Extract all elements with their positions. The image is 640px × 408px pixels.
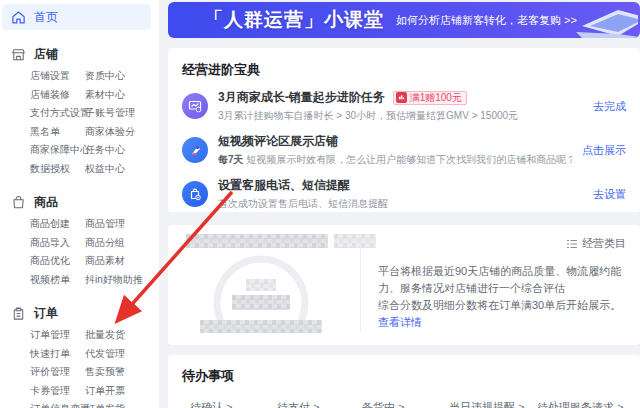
sidebar-item-home[interactable]: 首页	[2, 4, 151, 30]
todo-item-pending-payment[interactable]: 待支付 >	[277, 400, 362, 408]
laptop-illustration	[552, 4, 638, 38]
sidebar-link[interactable]: 视频榜单	[30, 271, 85, 290]
score-value-redacted	[246, 279, 276, 291]
score-caption-redacted	[200, 320, 322, 333]
sidebar-link[interactable]: 评价管理	[30, 363, 85, 382]
go-complete-link[interactable]: 去完成	[593, 99, 626, 114]
sidebar-link[interactable]: 店铺设置	[30, 67, 85, 86]
sidebar-link[interactable]: 店铺装修	[30, 86, 85, 105]
task-card-title: 经营进阶宝典	[182, 61, 626, 79]
sidebar-link[interactable]: 商品导入	[30, 234, 85, 253]
growth-task-icon	[182, 93, 208, 119]
sidebar-link[interactable]: 抖in好物助推	[85, 271, 159, 290]
sidebar-link[interactable]: 商品素材	[85, 252, 159, 271]
todo-items: 待确认 > 待支付 > 备货中 > 当日违规提醒 > 待处理服务请求 >	[182, 400, 626, 408]
sidebar-link[interactable]: 资质中心	[85, 67, 159, 86]
task-row-service-phone: 设置客服电话、短信提醒 首次成功设置售后电话、短信消息提醒 去设置	[182, 177, 626, 211]
todo-item-violation-reminder[interactable]: 当日违规提醒 >	[449, 400, 537, 408]
shop-icon	[11, 47, 26, 62]
task-card: 经营进阶宝典 3月商家成长-销量起步进阶任务 满1赠100元 3月累计挂购物车自…	[168, 48, 640, 212]
task-desc: 首次成功设置售后电话、短信消息提醒	[218, 197, 583, 211]
vertical-divider	[360, 243, 361, 331]
course-banner[interactable]: 「人群运营」小课堂 如何分析店铺新客转化，老客复购 >>	[168, 2, 640, 38]
sidebar-link[interactable]: 快速打单	[30, 345, 85, 364]
category-link[interactable]: 经营类目	[566, 236, 626, 251]
sidebar-link[interactable]: 数据授权	[30, 160, 85, 179]
coupon-icon	[396, 92, 407, 103]
sidebar-link[interactable]: 批量发货	[85, 326, 159, 345]
task-row-growth: 3月商家成长-销量起步进阶任务 满1赠100元 3月累计挂购物车自播时长 > 3…	[182, 89, 626, 123]
rocket-task-icon	[182, 137, 208, 163]
go-setup-link[interactable]: 去设置	[593, 187, 626, 202]
task-title: 设置客服电话、短信提醒	[218, 177, 350, 194]
todo-item-pending-confirm[interactable]: 待确认 >	[190, 400, 277, 408]
sidebar-link[interactable]: 售卖预警	[85, 363, 159, 382]
sidebar-link[interactable]: 订单信息变更	[30, 400, 85, 408]
sidebar-link[interactable]: 商品分组	[85, 234, 159, 253]
sidebar-link[interactable]: 任务中心	[85, 141, 159, 160]
sidebar-link[interactable]: 商家体验分	[85, 123, 159, 142]
task-desc: 每7天 短视频展示时效有限，怎么让用户能够知道下次找到我们的店铺和商品呢？去短.…	[218, 153, 572, 167]
sidebar-section-shop-header[interactable]: 店铺	[0, 44, 159, 64]
task-desc: 3月累计挂购物车自播时长 > 30小时，预估增量结算GMV > 15000元	[218, 109, 583, 123]
todo-card: 待办事项 待确认 > 待支付 > 备货中 > 当日违规提醒 > 待处理服务请求 …	[168, 355, 640, 408]
sidebar: 首页 店铺 店铺设置 资质中心 店铺装修 素材中心 支付方式设置 子账号管理 黑…	[0, 0, 160, 408]
home-icon	[11, 10, 26, 25]
bag-gear-task-icon	[182, 181, 208, 207]
sidebar-link[interactable]: 商品创建	[30, 215, 85, 234]
score-value-redacted	[232, 295, 290, 310]
order-icon	[11, 306, 26, 321]
sidebar-link-consignment[interactable]: 代发管理	[85, 345, 159, 364]
task-row-video-comment: 短视频评论区展示店铺 每7天 短视频展示时效有限，怎么让用户能够知道下次找到我们…	[182, 133, 626, 167]
score-card: 经营类目 平台将根据最近90天店铺的商品质量、物流履约能力、服务情况对店铺进行一…	[168, 225, 640, 345]
sidebar-section-order: 订单 订单管理 批量发货 快速打单 代发管理 评价管理 售卖预警 卡券管理 订单…	[0, 303, 159, 408]
task-title: 3月商家成长-销量起步进阶任务	[218, 89, 385, 106]
view-detail-link[interactable]: 查看详情	[378, 316, 422, 328]
todo-item-stocking[interactable]: 备货中 >	[362, 400, 449, 408]
todo-card-title: 待办事项	[182, 367, 626, 385]
banner-subtitle: 如何分析店铺新客转化，老客复购 >>	[396, 13, 577, 28]
task-title: 短视频评论区展示店铺	[218, 133, 338, 150]
sidebar-link[interactable]: 订单开票	[85, 382, 159, 401]
sidebar-link[interactable]: 打单发货	[85, 400, 159, 408]
sidebar-link[interactable]: 商品管理	[85, 215, 159, 234]
shop-name-redacted	[186, 234, 328, 248]
sidebar-link[interactable]: 黑名单	[30, 123, 85, 142]
sidebar-section-shop: 店铺 店铺设置 资质中心 店铺装修 素材中心 支付方式设置 子账号管理 黑名单 …	[0, 44, 159, 178]
click-show-link[interactable]: 点击展示	[582, 143, 626, 158]
todo-item-pending-service[interactable]: 待处理服务请求 >	[537, 400, 626, 408]
sidebar-link[interactable]: 商品优化	[30, 252, 85, 271]
reward-badge: 满1赠100元	[393, 91, 467, 105]
product-icon	[11, 195, 26, 210]
list-icon	[566, 238, 578, 250]
sidebar-section-order-header[interactable]: 订单	[0, 303, 159, 323]
score-description: 平台将根据最近90天店铺的商品质量、物流履约能力、服务情况对店铺进行一个综合评估…	[378, 263, 630, 331]
sidebar-link[interactable]: 支付方式设置	[30, 104, 85, 123]
score-gauge	[196, 253, 326, 333]
shop-name-redacted-2	[334, 234, 376, 248]
sidebar-section-product-header[interactable]: 商品	[0, 192, 159, 212]
sidebar-section-product: 商品 商品创建 商品管理 商品导入 商品分组 商品优化 商品素材 视频榜单 抖i…	[0, 192, 159, 289]
main-content: 「人群运营」小课堂 如何分析店铺新客转化，老客复购 >> 经营进阶宝典 3月商家…	[160, 0, 640, 408]
sidebar-home-label: 首页	[34, 9, 58, 26]
sidebar-link[interactable]: 订单管理	[30, 326, 85, 345]
sidebar-link[interactable]: 子账号管理	[85, 104, 159, 123]
sidebar-link[interactable]: 素材中心	[85, 86, 159, 105]
banner-title: 「人群运营」小课堂	[204, 7, 384, 33]
sidebar-link[interactable]: 商家保障中心	[30, 141, 85, 160]
sidebar-link[interactable]: 卡券管理	[30, 382, 85, 401]
sidebar-link[interactable]: 权益中心	[85, 160, 159, 179]
